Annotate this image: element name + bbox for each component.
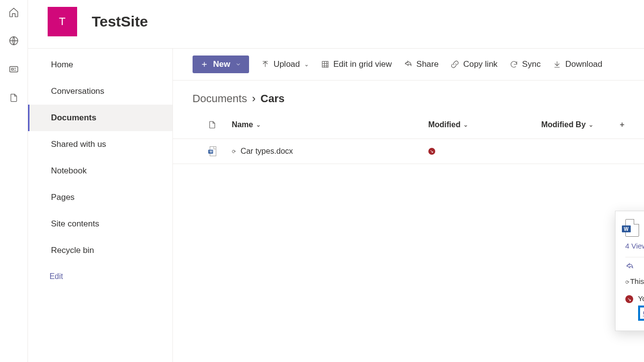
home-icon[interactable] — [8, 7, 19, 18]
column-type-icon[interactable] — [193, 120, 232, 130]
grid-icon — [321, 60, 330, 69]
globe-icon[interactable] — [8, 35, 19, 46]
warning-icon: ↘ — [625, 295, 633, 303]
news-icon[interactable] — [8, 64, 19, 75]
sidebar-edit[interactable]: Edit — [28, 264, 172, 289]
sidebar-item-pages[interactable]: Pages — [28, 184, 172, 211]
upload-button[interactable]: Upload ⌄ — [261, 59, 309, 69]
breadcrumb-separator: › — [252, 92, 255, 105]
plus-icon — [200, 60, 208, 68]
app-rail — [0, 0, 28, 362]
chevron-down-icon: ⌄ — [256, 121, 261, 128]
chevron-down-icon — [235, 61, 241, 67]
sidebar: Home Conversations Documents Shared with… — [28, 49, 173, 362]
views-link[interactable]: 4 Views — [625, 242, 644, 250]
chevron-down-icon: ⌄ — [463, 121, 468, 128]
sync-icon — [509, 60, 518, 69]
new-label: New — [213, 59, 230, 69]
sync-button[interactable]: Sync — [509, 59, 541, 69]
breadcrumb-parent[interactable]: Documents — [193, 92, 247, 105]
breadcrumb: Documents › Cars — [173, 81, 644, 111]
share-button[interactable]: Share — [404, 59, 439, 69]
word-doc-icon: W — [193, 146, 232, 157]
sidebar-item-home[interactable]: Home — [28, 52, 172, 78]
download-icon — [553, 60, 561, 69]
chevron-down-icon: ⌄ — [304, 61, 309, 68]
sidebar-item-site-contents[interactable]: Site contents — [28, 211, 172, 237]
checked-out-icon: ↘ — [428, 148, 435, 155]
link-icon — [450, 60, 459, 69]
file-hover-card: Car types 4 Views See details ⟳This item… — [615, 211, 644, 331]
add-column-button[interactable]: + — [620, 120, 624, 129]
share-icon[interactable] — [625, 262, 634, 271]
breadcrumb-current: Cars — [260, 92, 284, 105]
site-title[interactable]: TestSite — [92, 13, 148, 30]
file-icon[interactable] — [8, 92, 19, 103]
column-modified[interactable]: Modified ⌄ — [428, 120, 541, 129]
word-doc-icon — [625, 219, 639, 237]
check-in-highlight: Check in — [638, 306, 644, 321]
file-name[interactable]: ⟳Car types.docx — [232, 147, 428, 156]
list-header: Name ⌄ Modified ⌄ Modified By ⌄ + — [173, 111, 644, 139]
site-logo[interactable]: T — [48, 7, 77, 36]
column-modified-by[interactable]: Modified By ⌄ — [541, 120, 620, 129]
grid-view-button[interactable]: Edit in grid view — [321, 59, 392, 69]
sidebar-item-notebook[interactable]: Notebook — [28, 158, 172, 184]
download-button[interactable]: Download — [553, 59, 603, 69]
copy-link-button[interactable]: Copy link — [450, 59, 498, 69]
table-row[interactable]: W ⟳Car types.docx ↘ — [173, 139, 644, 164]
command-bar: New Upload ⌄ Edit in grid view Sha — [173, 49, 644, 81]
new-button[interactable]: New — [193, 56, 249, 73]
sidebar-item-documents[interactable]: Documents — [28, 105, 172, 131]
share-icon — [404, 60, 413, 69]
sidebar-item-conversations[interactable]: Conversations — [28, 78, 172, 105]
chevron-down-icon: ⌄ — [588, 121, 593, 128]
svg-rect-1 — [10, 67, 18, 72]
svg-text:W: W — [209, 150, 212, 153]
created-text: ⟳This item was created Yesterday at 8:40… — [625, 277, 644, 285]
upload-icon — [261, 60, 270, 69]
checkout-warning: You checked out this item, so others can… — [638, 294, 644, 303]
column-name[interactable]: Name ⌄ — [232, 120, 428, 129]
sidebar-item-recycle-bin[interactable]: Recycle bin — [28, 237, 172, 264]
site-header: T TestSite — [28, 0, 644, 49]
sidebar-item-shared[interactable]: Shared with us — [28, 131, 172, 158]
svg-rect-2 — [322, 61, 328, 67]
